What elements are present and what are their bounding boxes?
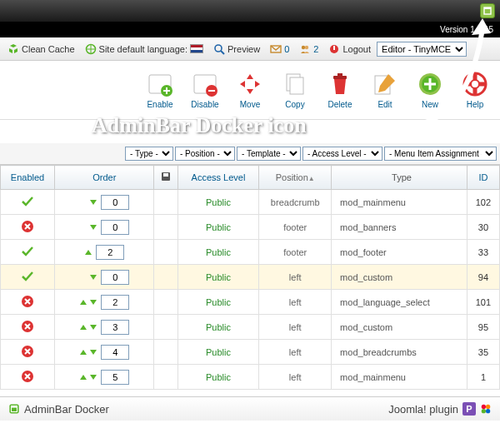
filter-menu[interactable]: - Menu Item Assignment - <box>384 147 497 161</box>
disable-button[interactable]: Disable <box>188 71 222 109</box>
id-value: 33 <box>467 240 499 265</box>
clean-cache-link[interactable]: Clean Cache <box>3 41 79 57</box>
access-value: Public <box>206 297 231 307</box>
col-access[interactable]: Access Level <box>178 166 259 190</box>
order-up-icon[interactable] <box>79 348 88 358</box>
col-id[interactable]: ID <box>467 166 499 190</box>
move-button[interactable]: Move <box>233 71 267 109</box>
user-count: 2 <box>313 44 318 54</box>
disabled-icon[interactable] <box>21 225 34 235</box>
edit-button[interactable]: Edit <box>368 71 402 109</box>
svg-point-34 <box>486 405 490 409</box>
position-value: footer <box>259 240 332 265</box>
order-input[interactable] <box>96 245 124 260</box>
order-up-icon[interactable] <box>84 248 92 258</box>
filter-access[interactable]: - Access Level - <box>302 147 382 161</box>
position-value: breadcrumb <box>259 190 332 215</box>
svg-rect-24 <box>163 173 168 177</box>
editor-select[interactable]: Editor - TinyMCE <box>377 42 467 57</box>
type-value: mod_language_select <box>332 290 468 315</box>
order-input[interactable] <box>101 370 129 385</box>
toolbar: Enable Disable Move Copy Delete Edit New… <box>0 61 500 120</box>
order-input[interactable] <box>101 195 129 210</box>
svg-point-3 <box>215 45 222 52</box>
table-row: Publicleftmod_language_select101 <box>1 290 500 315</box>
id-value: 1 <box>467 365 499 390</box>
users-link[interactable]: 2 <box>295 41 322 57</box>
order-down-icon[interactable] <box>89 273 98 283</box>
col-type[interactable]: Type <box>332 166 468 190</box>
adminbar-docker-button[interactable] <box>480 3 495 18</box>
pencil-icon <box>372 71 398 97</box>
svg-point-36 <box>486 409 490 413</box>
order-down-icon[interactable] <box>89 298 98 308</box>
table-row: Publicfootermod_footer33 <box>1 240 500 265</box>
filter-template[interactable]: - Template - <box>237 147 301 161</box>
access-value: Public <box>206 197 231 207</box>
enabled-icon[interactable] <box>21 275 34 285</box>
order-down-icon[interactable] <box>89 323 98 333</box>
position-value: left <box>259 290 332 315</box>
id-value: 95 <box>467 315 499 340</box>
order-input[interactable] <box>101 345 129 360</box>
order-down-icon[interactable] <box>89 373 98 383</box>
logout-label: Logout <box>342 44 371 54</box>
table-row: Publicleftmod_breadcrumbs35 <box>1 340 500 365</box>
plus-square-icon <box>147 71 173 97</box>
copy-icon <box>282 71 308 97</box>
order-up-icon[interactable] <box>79 323 88 333</box>
disabled-icon[interactable] <box>21 350 34 360</box>
new-button[interactable]: New <box>413 71 447 109</box>
access-value: Public <box>206 222 231 232</box>
access-value: Public <box>206 372 231 382</box>
order-input[interactable] <box>101 220 129 235</box>
col-position[interactable]: Position▲ <box>259 166 332 190</box>
copy-button[interactable]: Copy <box>278 71 312 109</box>
type-value: mod_mainmenu <box>332 190 468 215</box>
col-enabled[interactable]: Enabled <box>1 166 55 190</box>
magnifier-icon <box>213 43 225 55</box>
id-value: 35 <box>467 340 499 365</box>
minus-square-icon <box>192 71 218 97</box>
lifebuoy-icon <box>462 71 488 97</box>
id-value: 30 <box>467 215 499 240</box>
order-down-icon[interactable] <box>89 223 98 233</box>
order-input[interactable] <box>101 270 129 285</box>
filter-position[interactable]: - Position - <box>175 147 235 161</box>
table-row: Publicbreadcrumbmod_mainmenu102 <box>1 190 500 215</box>
access-value: Public <box>206 322 231 332</box>
access-value: Public <box>206 247 231 257</box>
order-down-icon[interactable] <box>89 348 98 358</box>
col-save-order[interactable] <box>154 166 178 190</box>
order-down-icon[interactable] <box>89 198 98 208</box>
order-input[interactable] <box>101 295 129 310</box>
enable-button[interactable]: Enable <box>143 71 177 109</box>
trash-icon <box>327 71 353 97</box>
order-up-icon[interactable] <box>79 298 88 308</box>
type-value: mod_banners <box>332 215 468 240</box>
order-up-icon[interactable] <box>79 373 88 383</box>
joomla-icon <box>480 403 492 415</box>
id-value: 102 <box>467 190 499 215</box>
order-input[interactable] <box>101 320 129 335</box>
delete-button[interactable]: Delete <box>323 71 357 109</box>
modules-table: Enabled Order Access Level Position▲ Typ… <box>0 165 500 390</box>
plus-circle-icon <box>417 71 443 97</box>
preview-link[interactable]: Preview <box>209 41 264 57</box>
disabled-icon[interactable] <box>21 375 34 385</box>
help-button[interactable]: Help <box>458 71 492 109</box>
disabled-icon[interactable] <box>21 300 34 310</box>
disabled-icon[interactable] <box>21 325 34 335</box>
access-value: Public <box>206 347 231 357</box>
enabled-icon[interactable] <box>21 200 34 210</box>
site-language[interactable]: Site default language: <box>81 41 208 57</box>
logout-link[interactable]: Logout <box>324 41 375 57</box>
filter-bar: - Type - - Position - - Template - - Acc… <box>0 143 500 165</box>
filter-type[interactable]: - Type - <box>125 147 173 161</box>
type-value: mod_mainmenu <box>332 365 468 390</box>
svg-line-4 <box>221 51 224 54</box>
enabled-icon[interactable] <box>21 250 34 260</box>
position-value: left <box>259 265 332 290</box>
col-order[interactable]: Order <box>55 166 154 190</box>
messages-link[interactable]: 0 <box>266 41 293 57</box>
